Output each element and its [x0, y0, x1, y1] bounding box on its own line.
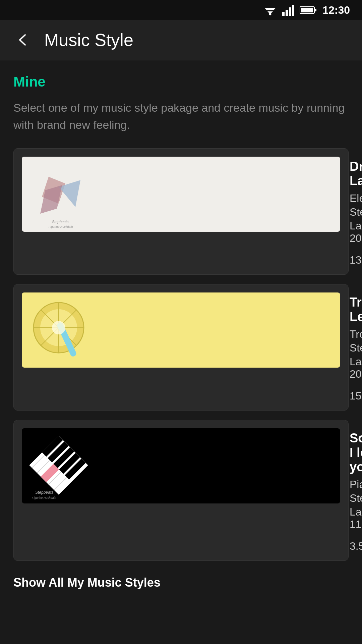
- album-art-tropical-leasure: [22, 292, 340, 368]
- card-update-sorry: Last Update: Jan 11, 2018: [350, 506, 362, 531]
- card-size-dreaming: 13.6 MB: [350, 254, 362, 266]
- card-update-dreaming: Last Update: Jan 5, 2018: [350, 220, 362, 245]
- card-update-tropical: Last Update: Jan 11, 2018: [350, 356, 362, 380]
- svg-rect-7: [292, 5, 294, 16]
- status-icons: 12:30: [263, 4, 350, 16]
- album-art-dreaming-land: Stepbeats Figurine Nuckdain: [22, 157, 340, 232]
- back-button[interactable]: [13, 31, 32, 49]
- svg-text:Stepbeats: Stepbeats: [35, 490, 53, 495]
- show-all-button[interactable]: Show All My Music Styles: [0, 561, 362, 604]
- app-bar: Music Style: [0, 20, 362, 60]
- card-sorry-i-love-you: Stepbeats Figurine Nuckdain Sorry I love…: [13, 420, 349, 561]
- svg-rect-4: [282, 12, 285, 16]
- card-title-dreaming: Dreaming Land: [350, 159, 362, 188]
- card-team-tropical: StepBeats Team: [350, 342, 362, 354]
- svg-rect-10: [301, 8, 313, 12]
- show-all-label: Show All My Music Styles: [13, 576, 161, 589]
- status-bar: 12:30: [0, 0, 362, 20]
- card-info-sorry: Sorry I love you USE Piano Romance StepB…: [350, 428, 362, 552]
- battery-icon: [300, 5, 317, 15]
- svg-text:Stepbeats: Stepbeats: [52, 220, 69, 224]
- svg-rect-5: [286, 10, 288, 16]
- album-art-sorry: Stepbeats Figurine Nuckdain: [22, 428, 340, 503]
- card-genre-dreaming: Electro House: [350, 192, 362, 205]
- svg-text:Figurine Nuckdain: Figurine Nuckdain: [32, 496, 56, 499]
- card-team-sorry: StepBeats Team: [350, 492, 362, 504]
- card-genre-tropical: Tropical House: [350, 328, 362, 340]
- card-title-row-tropical: Tropical Leasure USE: [350, 295, 362, 324]
- card-size-sorry: 3.5 MB: [350, 540, 362, 552]
- card-team-dreaming: StepBeats Team: [350, 206, 362, 218]
- card-title-row-dreaming: Dreaming Land USING: [350, 159, 362, 188]
- card-info-dreaming-land: Dreaming Land USING Electro House StepBe…: [350, 157, 362, 266]
- card-title-tropical: Tropical Leasure: [350, 295, 362, 324]
- section-description: Select one of my music style pakage and …: [13, 99, 349, 133]
- card-dreaming-land: Stepbeats Figurine Nuckdain Dreaming Lan…: [13, 148, 349, 275]
- svg-point-25: [52, 321, 65, 334]
- section-label: Mine: [13, 74, 349, 90]
- page-title: Music Style: [44, 30, 133, 50]
- wifi-icon: [263, 5, 277, 15]
- status-time: 12:30: [322, 4, 350, 16]
- signal-icon: [282, 4, 294, 16]
- card-info-tropical: Tropical Leasure USE Tropical House Step…: [350, 292, 362, 402]
- card-title-row-sorry: Sorry I love you USE: [350, 431, 362, 474]
- svg-text:Figurine Nuckdain: Figurine Nuckdain: [49, 225, 73, 228]
- card-tropical-leasure: Tropical Leasure USE Tropical House Step…: [13, 284, 349, 411]
- svg-point-3: [269, 13, 272, 15]
- card-title-sorry: Sorry I love you: [350, 431, 362, 474]
- card-genre-sorry: Piano Romance: [350, 478, 362, 491]
- card-size-tropical: 15.2 MB: [350, 390, 362, 402]
- cards-container: Stepbeats Figurine Nuckdain Dreaming Lan…: [13, 148, 349, 561]
- svg-rect-6: [289, 7, 291, 16]
- main-content: Mine Select one of my music style pakage…: [0, 60, 362, 561]
- svg-rect-9: [314, 9, 316, 11]
